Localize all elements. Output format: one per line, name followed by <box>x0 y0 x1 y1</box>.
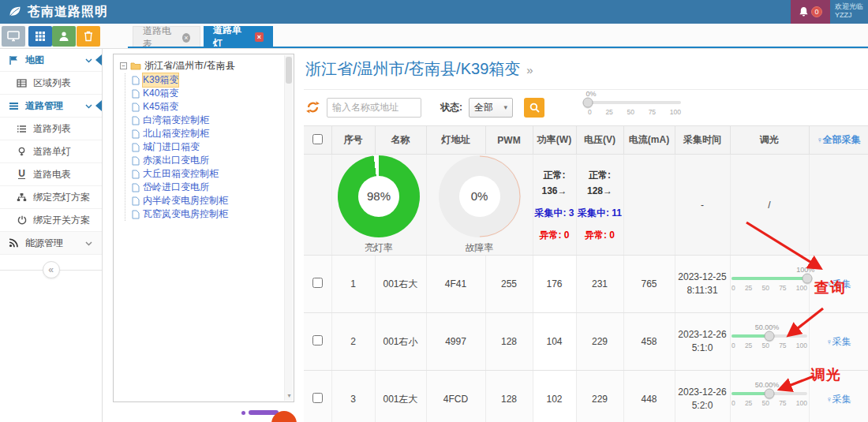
tree-node[interactable]: K45箱变 <box>132 100 290 114</box>
collect-link[interactable]: ♀采集 <box>825 336 851 347</box>
tree-node[interactable]: 赤溪出口变电所 <box>132 154 290 167</box>
table-row: 2 001右小 4997 128 104 229 458 2023-12-265… <box>304 313 868 371</box>
apps-grid-button[interactable] <box>28 26 52 47</box>
scrollbar-arrow-icon[interactable]: ▾ <box>285 392 294 399</box>
file-icon <box>132 129 140 139</box>
breadcrumb-arrow: » <box>526 63 533 77</box>
fault-rate-value: 0% <box>439 155 521 237</box>
tree-node[interactable]: 大丘田箱变控制柜 <box>132 167 290 181</box>
search-button[interactable] <box>524 98 544 118</box>
tree-scrollbar-thumb[interactable] <box>286 57 292 84</box>
chevron-down-icon <box>85 54 92 65</box>
row-checkbox[interactable] <box>312 278 323 288</box>
collect-link[interactable]: ♀采集 <box>825 394 851 405</box>
slider-handle[interactable] <box>765 388 775 398</box>
cell-dim: 100% 0255075100 <box>730 256 809 313</box>
stats-empty-cell <box>304 155 331 256</box>
sidebar-item-energy-management[interactable]: 能源管理 <box>0 232 102 255</box>
lamp-table: 序号 名称 灯地址 PWM 功率(W) 电压(V) 电流(mA) 采集时间 调光… <box>304 125 868 422</box>
slider-handle[interactable] <box>583 98 593 108</box>
tree-node[interactable]: K40箱变 <box>132 87 290 100</box>
sidebar-item-bind-switch-plan[interactable]: 绑定开关方案 <box>0 209 102 232</box>
app-title: 苍南道路照明 <box>28 4 108 21</box>
table-icon <box>16 79 28 88</box>
row-dim-slider[interactable]: 50.00% 0255075100 <box>731 334 807 349</box>
trash-button[interactable] <box>77 26 100 47</box>
device-tree-panel: − 浙江省/温州市/苍南县 K39箱变 K40箱变 K45箱变 白湾箱变控制柜 … <box>113 54 294 402</box>
tree-root-node[interactable]: − 浙江省/温州市/苍南县 <box>120 59 290 73</box>
tree-node-k39[interactable]: K39箱变 <box>132 73 290 87</box>
sidebar-item-road-lamp[interactable]: 道路单灯 <box>0 140 102 163</box>
file-icon <box>132 143 140 152</box>
active-arrow-marker <box>95 54 102 65</box>
slider-track[interactable] <box>731 392 807 395</box>
global-dim-slider[interactable]: 0% 0255075100 <box>588 101 681 116</box>
chevron-down-icon <box>85 237 92 248</box>
list-icon <box>16 125 28 133</box>
main-content: 浙江省/温州市/苍南县/K39箱变» 状态: 全部 ▾ 0% 025507510… <box>304 49 868 422</box>
tab-road-lamp[interactable]: 道路单灯 × <box>204 26 273 48</box>
cell-no: 3 <box>331 371 375 422</box>
row-checkbox[interactable] <box>312 393 323 403</box>
sidebar-item-bind-lighting-plan[interactable]: 绑定亮灯方案 <box>0 186 102 209</box>
sidebar-item-area-list[interactable]: 区域列表 <box>0 72 102 95</box>
sidebar-item-road-list[interactable]: 道路列表 <box>0 118 102 140</box>
meter-icon: U <box>16 170 28 179</box>
tree-node[interactable]: 北山箱变控制柜 <box>132 127 290 140</box>
power-icon <box>16 215 28 225</box>
cell-no: 1 <box>331 256 375 313</box>
sidebar-collapse-row: « <box>0 261 102 280</box>
refresh-icon[interactable] <box>305 100 320 114</box>
user-icon <box>58 31 69 42</box>
cell-name: 001左大 <box>375 371 426 422</box>
monitor-button[interactable] <box>2 26 25 47</box>
user-button[interactable] <box>52 26 76 47</box>
header-right: 0 欢迎光临 YZZJ <box>791 0 868 24</box>
slider-track[interactable] <box>731 334 807 338</box>
notifications-button[interactable]: 0 <box>791 0 830 24</box>
tab-close-icon[interactable]: × <box>182 33 190 43</box>
cell-current: 458 <box>623 313 675 371</box>
sidebar-item-map[interactable]: 地图 <box>0 49 102 72</box>
sidebar-collapse-button[interactable]: « <box>43 261 60 278</box>
row-checkbox[interactable] <box>312 335 323 345</box>
leaf-logo-icon <box>8 6 22 18</box>
sidebar-item-road-meter[interactable]: U 道路电表 <box>0 163 102 186</box>
current-stats-cell <box>623 155 675 256</box>
tree-node[interactable]: 白湾箱变控制柜 <box>132 114 290 127</box>
collect-all-link[interactable]: ♀全部采集 <box>816 134 860 145</box>
toolbar-strip: 道路电表 × 道路单灯 × <box>0 24 868 49</box>
table-row: 3 001左大 4FCD 128 102 229 448 2023-12-265… <box>304 371 868 422</box>
slider-track[interactable] <box>731 277 807 280</box>
user-welcome[interactable]: 欢迎光临 YZZJ <box>830 0 868 24</box>
col-power: 功率(W) <box>533 126 576 155</box>
tree-node[interactable]: 瓦窑岚变电房控制柜 <box>132 207 290 221</box>
row-dim-slider[interactable]: 50.00% 0255075100 <box>731 392 807 407</box>
slider-handle[interactable] <box>765 331 775 341</box>
monitor-icon <box>7 31 20 42</box>
row-dim-slider[interactable]: 100% 0255075100 <box>731 277 807 292</box>
tree-node[interactable]: 岱岭进口变电所 <box>132 181 290 194</box>
grid-icon <box>35 31 46 42</box>
status-label: 状态: <box>440 101 462 114</box>
sidebar-item-road-management[interactable]: 道路管理 <box>0 95 102 118</box>
tab-road-meter[interactable]: 道路电表 × <box>133 26 200 48</box>
tree-node[interactable]: 内半岭变电房控制柜 <box>132 194 290 207</box>
col-pwm: PWM <box>485 126 533 155</box>
breadcrumb: 浙江省/温州市/苍南县/K39箱变» <box>304 49 868 80</box>
status-select[interactable]: 全部 ▾ <box>469 98 513 118</box>
cell-power: 102 <box>533 371 576 422</box>
slider-handle[interactable] <box>803 273 813 283</box>
lighting-rate-label: 亮灯率 <box>365 241 393 255</box>
tree-scrollbar[interactable]: ▾ <box>284 55 293 401</box>
select-all-checkbox[interactable] <box>312 134 323 144</box>
collect-link[interactable]: ♀采集 <box>825 278 851 289</box>
search-input[interactable] <box>327 98 421 118</box>
tab-underline <box>128 47 868 48</box>
tree-node[interactable]: 城门进口箱变 <box>132 140 290 154</box>
tab-close-icon[interactable]: × <box>255 32 264 42</box>
tree-expander-icon[interactable]: − <box>120 62 127 69</box>
fault-rate-label: 故障率 <box>466 241 494 255</box>
cell-pwm: 255 <box>485 256 533 313</box>
slider-track[interactable] <box>588 101 681 104</box>
